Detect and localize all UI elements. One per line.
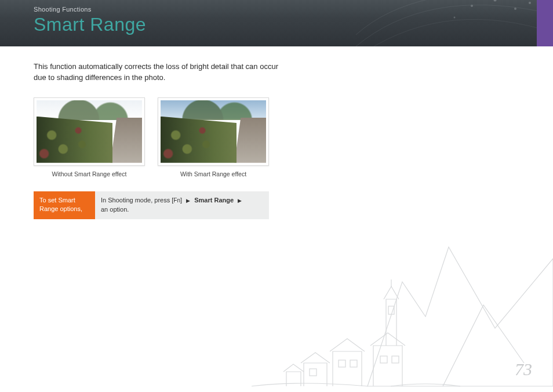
fn-key-label: Fn — [173, 197, 180, 204]
header-decoration — [356, 0, 541, 46]
svg-rect-11 — [388, 306, 394, 314]
howto-instructions: In Shooting mode, press [Fn] ▶ Smart Ran… — [95, 191, 269, 219]
page-header: Shooting Functions Smart Range — [0, 0, 553, 46]
svg-rect-5 — [310, 369, 316, 376]
photo-caption: With Smart Range effect — [158, 170, 269, 177]
svg-point-1 — [494, 0, 497, 2]
photo-with-effect — [161, 100, 266, 163]
svg-point-0 — [471, 5, 473, 7]
comparison-item-without: Without Smart Range effect — [34, 97, 145, 177]
photo-frame — [34, 97, 145, 166]
svg-rect-6 — [339, 360, 345, 367]
svg-rect-9 — [392, 356, 399, 363]
comparison-item-with: With Smart Range effect — [158, 97, 269, 177]
howto-text-prefix: In Shooting mode, press [ — [101, 197, 173, 204]
arrow-icon: ▶ — [186, 197, 190, 205]
intro-text: This function automatically corrects the… — [34, 61, 283, 84]
photo-without-effect — [37, 100, 142, 163]
howto-text-suffix: an option. — [101, 206, 129, 213]
background-illustration — [252, 212, 553, 392]
svg-point-2 — [514, 8, 516, 10]
page-number: 73 — [515, 360, 532, 379]
photo-frame — [158, 97, 269, 166]
svg-point-4 — [529, 2, 531, 4]
svg-point-3 — [454, 17, 456, 19]
howto-label: To set Smart Range options, — [34, 191, 95, 219]
content-area: This function automatically corrects the… — [0, 46, 553, 219]
arrow-icon: ▶ — [238, 197, 242, 205]
svg-rect-8 — [380, 356, 387, 363]
svg-rect-7 — [350, 360, 357, 367]
howto-box: To set Smart Range options, In Shooting … — [34, 191, 269, 219]
howto-text-mid: ] — [180, 197, 184, 204]
howto-step-name: Smart Range — [194, 197, 234, 204]
comparison-row: Without Smart Range effect With Smart Ra… — [34, 97, 519, 177]
photo-caption: Without Smart Range effect — [34, 170, 145, 177]
